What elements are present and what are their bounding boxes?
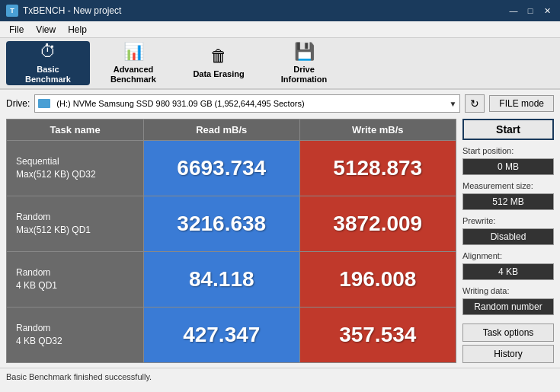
data-erasing-icon: 🗑 xyxy=(210,46,227,66)
start-position-value: 0 MB xyxy=(462,158,554,175)
measurement-size-label: Measurement size: xyxy=(462,181,554,190)
alignment-value: 4 KB xyxy=(462,263,554,280)
writing-data-value: Random number xyxy=(462,298,554,315)
tab-advanced-benchmark[interactable]: 📊 AdvancedBenchmark xyxy=(91,41,175,85)
row-3-write: 357.534 xyxy=(300,308,456,362)
maximize-button[interactable]: □ xyxy=(523,4,537,18)
writing-data-label: Writing data: xyxy=(462,286,554,295)
row-0-label: SequentialMax(512 KB) QD32 xyxy=(7,141,144,196)
row-1-label: RandomMax(512 KB) QD1 xyxy=(7,196,144,251)
menu-bar: File View Help xyxy=(0,21,560,38)
title-bar: T TxBENCH - New project — □ ✕ xyxy=(0,0,560,21)
row-0-read: 6693.734 xyxy=(144,141,300,196)
alignment-label: Alignment: xyxy=(462,251,554,260)
row-2-read: 84.118 xyxy=(144,252,300,307)
prewrite-value: Disabled xyxy=(462,228,554,245)
header-write: Write mB/s xyxy=(300,120,456,140)
title-bar-left: T TxBENCH - New project xyxy=(6,5,121,17)
drive-row: Drive: (H:) NVMe Samsung SSD 980 931.09 … xyxy=(6,94,554,113)
start-position-label: Start position: xyxy=(462,146,554,155)
right-panel: Start Start position: 0 MB Measurement s… xyxy=(462,119,554,363)
row-2-write: 196.008 xyxy=(300,252,456,307)
basic-benchmark-icon: ⏱ xyxy=(40,42,56,62)
table-header: Task name Read mB/s Write mB/s xyxy=(7,120,456,140)
row-3-label: Random4 KB QD32 xyxy=(7,308,144,362)
drive-refresh-button[interactable]: ↻ xyxy=(465,94,485,113)
row-2-label: Random4 KB QD1 xyxy=(7,252,144,307)
dropdown-arrow-icon: ▼ xyxy=(449,100,456,108)
spacer xyxy=(462,318,554,320)
menu-help[interactable]: Help xyxy=(62,23,93,37)
close-button[interactable]: ✕ xyxy=(540,4,554,18)
title-bar-controls: — □ ✕ xyxy=(507,4,554,18)
drive-information-icon: 💾 xyxy=(294,42,315,62)
header-read: Read mB/s xyxy=(144,120,300,140)
row-0-write: 5128.873 xyxy=(300,141,456,196)
benchmark-table: Task name Read mB/s Write mB/s Sequentia… xyxy=(6,119,456,363)
drive-label: Drive: xyxy=(6,98,30,109)
table-row: Random4 KB QD32 427.347 357.534 xyxy=(7,307,456,362)
menu-view[interactable]: View xyxy=(30,23,62,37)
status-bar: Basic Benchmark finished successfully. xyxy=(0,368,560,384)
advanced-benchmark-icon: 📊 xyxy=(123,42,144,62)
menu-file[interactable]: File xyxy=(3,23,30,37)
status-text: Basic Benchmark finished successfully. xyxy=(6,372,152,381)
drive-information-label: DriveInformation xyxy=(281,65,328,84)
table-row: SequentialMax(512 KB) QD32 6693.734 5128… xyxy=(7,140,456,196)
window-title: TxBENCH - New project xyxy=(23,5,121,16)
row-1-read: 3216.638 xyxy=(144,196,300,251)
tab-basic-benchmark[interactable]: ⏱ BasicBenchmark xyxy=(6,41,90,85)
data-erasing-label: Data Erasing xyxy=(193,69,244,79)
header-task-name: Task name xyxy=(7,120,144,140)
drive-select[interactable]: (H:) NVMe Samsung SSD 980 931.09 GB (1,9… xyxy=(34,94,460,113)
start-button[interactable]: Start xyxy=(462,119,554,140)
advanced-benchmark-label: AdvancedBenchmark xyxy=(110,65,156,84)
drive-select-icon xyxy=(38,99,50,108)
app-icon: T xyxy=(6,5,18,17)
main-layout: Task name Read mB/s Write mB/s Sequentia… xyxy=(6,119,554,363)
measurement-size-value: 512 MB xyxy=(462,193,554,210)
table-row: Random4 KB QD1 84.118 196.008 xyxy=(7,251,456,307)
content-area: Drive: (H:) NVMe Samsung SSD 980 931.09 … xyxy=(0,90,560,368)
prewrite-label: Prewrite: xyxy=(462,216,554,225)
file-mode-button[interactable]: FILE mode xyxy=(489,95,554,112)
tab-drive-information[interactable]: 💾 DriveInformation xyxy=(262,41,346,85)
minimize-button[interactable]: — xyxy=(507,4,520,18)
tab-data-erasing[interactable]: 🗑 Data Erasing xyxy=(177,41,261,85)
table-row: RandomMax(512 KB) QD1 3216.638 3872.009 xyxy=(7,196,456,251)
task-options-button[interactable]: Task options xyxy=(462,323,554,342)
history-button[interactable]: History xyxy=(462,345,554,363)
row-1-write: 3872.009 xyxy=(300,196,456,251)
basic-benchmark-label: BasicBenchmark xyxy=(25,65,71,84)
drive-select-text: (H:) NVMe Samsung SSD 980 931.09 GB (1,9… xyxy=(56,99,304,108)
toolbar: ⏱ BasicBenchmark 📊 AdvancedBenchmark 🗑 D… xyxy=(0,38,560,90)
row-3-read: 427.347 xyxy=(144,308,300,362)
